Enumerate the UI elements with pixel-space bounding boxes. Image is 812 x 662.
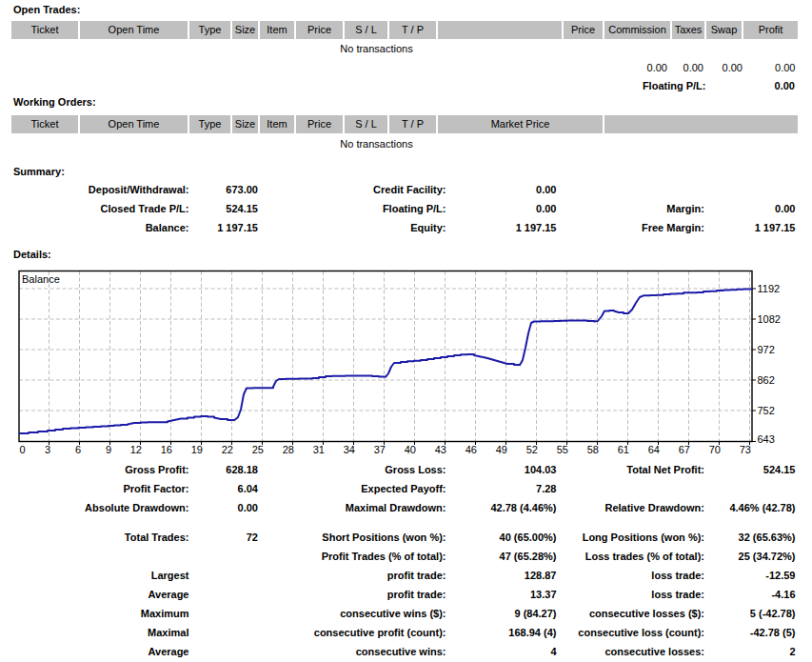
svg-text:43: 43 [435,444,446,455]
svg-text:64: 64 [648,444,660,455]
svg-text:25: 25 [252,444,264,455]
svg-text:19: 19 [191,444,203,455]
svg-text:Balance: Balance [22,273,60,285]
svg-text:972: 972 [758,344,775,355]
svg-text:9: 9 [106,444,111,455]
svg-text:6: 6 [75,444,81,455]
svg-text:16: 16 [161,444,172,455]
svg-text:49: 49 [496,444,507,455]
svg-text:73: 73 [740,444,751,455]
svg-text:0: 0 [20,444,26,455]
svg-text:752: 752 [758,405,775,416]
svg-text:643: 643 [758,433,775,445]
svg-text:40: 40 [405,444,416,455]
svg-text:3: 3 [45,444,50,455]
svg-text:1192: 1192 [758,283,781,294]
svg-text:37: 37 [374,444,386,455]
svg-text:1082: 1082 [758,313,781,325]
svg-text:28: 28 [283,444,294,455]
svg-text:55: 55 [557,444,568,455]
svg-text:52: 52 [526,444,538,455]
svg-text:22: 22 [222,444,233,455]
svg-text:61: 61 [618,444,629,455]
svg-text:67: 67 [679,444,690,455]
svg-text:34: 34 [344,444,355,455]
svg-text:58: 58 [587,444,599,455]
svg-text:31: 31 [313,444,325,455]
svg-text:12: 12 [130,444,142,455]
svg-text:70: 70 [709,444,721,455]
svg-text:862: 862 [758,374,775,386]
svg-text:46: 46 [465,444,477,455]
